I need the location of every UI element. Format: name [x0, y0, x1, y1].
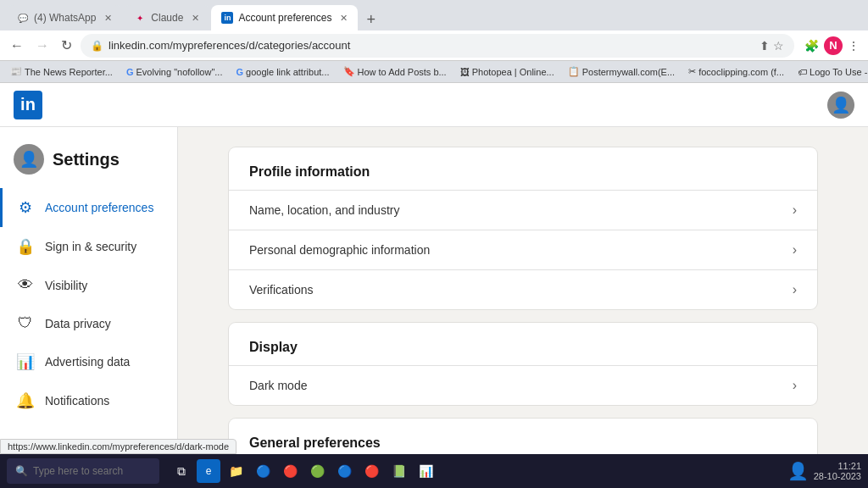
bookmark-nofollow[interactable]: G Evolving "nofollow"... [123, 66, 226, 78]
new-tab-button[interactable]: + [359, 9, 382, 30]
bookmark-add-posts[interactable]: 🔖 How to Add Posts b... [340, 65, 450, 78]
user-avatar[interactable]: 👤 [827, 92, 854, 119]
profile-information-title: Profile information [229, 147, 817, 190]
sidebar-item-data-privacy[interactable]: 🛡 Data privacy [0, 304, 177, 342]
personal-demographic-right: › [793, 242, 797, 258]
bookmark-label-3: google link attribut... [246, 67, 329, 77]
sidebar-item-advertising-data[interactable]: 📊 Advertising data [0, 342, 177, 381]
name-location-right: › [793, 202, 797, 218]
status-bar-url: https://www.linkedin.com/mypreferences/d… [0, 439, 236, 454]
bookmarks-bar: 📰 The News Reporter... G Evolving "nofol… [0, 61, 868, 83]
tab-whatsapp[interactable]: 💬 (4) WhatsApp ✕ [7, 5, 122, 30]
sidebar: 👤 Settings ⚙ Account preferences 🔒 Sign … [0, 127, 178, 454]
app-5[interactable]: 🟢 [305, 459, 329, 483]
bookmark-fococlipping[interactable]: ✂ fococlipping.com (f... [685, 65, 787, 78]
app-8[interactable]: 📗 [387, 459, 410, 483]
lock-icon: 🔒 [91, 40, 103, 52]
url-display: linkedin.com/mypreferences/d/categories/… [108, 39, 754, 52]
sign-in-security-icon: 🔒 [16, 237, 35, 256]
notifications-icon: 🔔 [16, 391, 35, 410]
address-bar-icons: ⬆ ☆ [760, 39, 784, 53]
edge-app[interactable]: e [197, 459, 220, 483]
menu-dots-icon[interactable]: ⋮ [846, 37, 861, 54]
personal-demographic-label: Personal demographic information [249, 243, 430, 257]
bookmark-favicon-1: 📰 [10, 66, 22, 77]
whatsapp-tab-label: (4) WhatsApp [34, 12, 96, 24]
taskbar-search-input[interactable] [33, 465, 135, 477]
whatsapp-favicon: 💬 [17, 12, 29, 24]
verifications-item[interactable]: Verifications › [229, 269, 817, 309]
sidebar-item-sign-in-security[interactable]: 🔒 Sign in & security [0, 227, 177, 266]
name-location-label: Name, location, and industry [249, 203, 399, 217]
address-bar[interactable]: 🔒 linkedin.com/mypreferences/d/categorie… [81, 34, 794, 58]
account-preferences-icon: ⚙ [16, 198, 35, 217]
app-4[interactable]: 🔴 [278, 459, 302, 483]
app-7[interactable]: 🔴 [359, 459, 383, 483]
bookmark-favicon-5: 🖼 [460, 67, 470, 77]
name-location-arrow: › [793, 202, 797, 218]
dark-mode-label: Dark mode [249, 379, 307, 392]
sidebar-item-label-notifications: Notifications [45, 394, 109, 408]
taskbar-avatar: 👤 [787, 461, 809, 481]
app-9[interactable]: 📊 [414, 459, 437, 483]
verifications-arrow: › [793, 282, 797, 297]
taskbar-search-box[interactable]: 🔍 [7, 458, 159, 484]
bookmark-news-reporter[interactable]: 📰 The News Reporter... [7, 65, 116, 78]
display-section: Display Dark mode › [229, 323, 817, 405]
app-6[interactable]: 🔵 [332, 459, 356, 483]
bookmark-label-2: Evolving "nofollow"... [136, 67, 223, 77]
sidebar-item-visibility[interactable]: 👁 Visibility [0, 266, 177, 304]
back-button[interactable]: ← [7, 36, 27, 55]
bookmark-favicon-8: 🏷 [798, 67, 807, 77]
personal-demographic-item[interactable]: Personal demographic information › [229, 230, 817, 269]
refresh-button[interactable]: ↻ [58, 36, 75, 55]
tab-claude[interactable]: ✦ Claude ✕ [124, 5, 209, 30]
app-3[interactable]: 🔵 [251, 459, 275, 483]
share-icon[interactable]: ⬆ [760, 39, 770, 53]
star-icon[interactable]: ☆ [773, 39, 784, 53]
sidebar-item-notifications[interactable]: 🔔 Notifications [0, 381, 177, 420]
profile-icon[interactable]: N [824, 36, 843, 55]
dark-mode-item[interactable]: Dark mode › [229, 365, 817, 405]
file-explorer-app[interactable]: 📁 [224, 459, 248, 483]
content-area: 👤 Settings ⚙ Account preferences 🔒 Sign … [0, 127, 868, 454]
bookmark-favicon-2: G [126, 67, 134, 77]
sidebar-item-account-preferences[interactable]: ⚙ Account preferences [0, 188, 177, 227]
bookmark-label-7: fococlipping.com (f... [698, 67, 784, 77]
bookmark-photopea[interactable]: 🖼 Photopea | Online... [457, 66, 558, 78]
browser-extension-icons: 🧩 N ⋮ [803, 36, 861, 55]
visibility-icon: 👁 [16, 276, 35, 294]
bookmark-favicon-7: ✂ [688, 66, 696, 77]
tab-account-pref[interactable]: in Account preferences ✕ [211, 5, 358, 30]
settings-avatar: 👤 [14, 144, 44, 175]
linkedin-app: in 👤 👤 Settings ⚙ Account preferences 🔒 … [0, 83, 868, 454]
claude-tab-close[interactable]: ✕ [192, 13, 199, 24]
linkedin-logo[interactable]: in [14, 91, 42, 119]
task-view-button[interactable]: ⧉ [170, 459, 193, 483]
verifications-label: Verifications [249, 283, 313, 297]
forward-button[interactable]: → [32, 36, 53, 55]
display-title: Display [229, 323, 817, 365]
bookmark-logo-to-use[interactable]: 🏷 Logo To Use - Free... [794, 66, 868, 78]
tab-bar: 💬 (4) WhatsApp ✕ ✦ Claude ✕ in Account p… [0, 0, 868, 30]
name-location-item[interactable]: Name, location, and industry › [229, 190, 817, 230]
dark-mode-right: › [793, 378, 797, 393]
taskbar-time-display: 11:21 [814, 461, 861, 471]
sidebar-item-label-visibility: Visibility [45, 279, 87, 292]
taskbar-right: 👤 11:21 28-10-2023 [787, 461, 861, 481]
personal-demographic-arrow: › [793, 242, 797, 258]
linkedin-nav: in 👤 [0, 83, 868, 127]
address-bar-row: ← → ↻ 🔒 linkedin.com/mypreferences/d/cat… [0, 30, 868, 61]
bookmark-postermywall[interactable]: 📋 Postermywall.com(E... [565, 65, 678, 78]
bookmark-google-link[interactable]: G google link attribut... [232, 66, 332, 78]
ext-icon-1[interactable]: 🧩 [803, 37, 821, 54]
main-content: Profile information Name, location, and … [178, 127, 868, 454]
dark-mode-arrow: › [793, 378, 797, 393]
account-pref-tab-close[interactable]: ✕ [340, 13, 348, 24]
bookmark-favicon-3: G [236, 67, 243, 77]
verifications-right: › [793, 282, 797, 297]
whatsapp-tab-close[interactable]: ✕ [104, 13, 112, 24]
advertising-data-icon: 📊 [16, 352, 35, 371]
search-icon: 🔍 [15, 465, 28, 477]
bookmark-label-1: The News Reporter... [25, 67, 113, 77]
